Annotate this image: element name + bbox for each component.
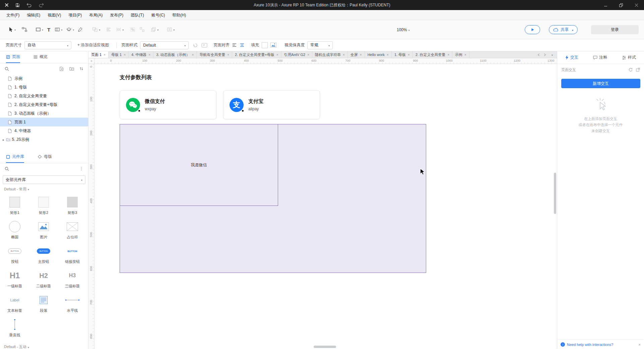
restore-button[interactable]	[613, 0, 629, 10]
widget-link-button[interactable]: BUTTON链接按钮	[58, 242, 87, 266]
tab-close-icon[interactable]	[307, 53, 309, 57]
help-link[interactable]: Need help with interactions?	[567, 343, 613, 347]
redo-icon[interactable]	[39, 3, 44, 7]
canvas-tab[interactable]: 2. 自定义全局变量	[413, 51, 452, 58]
minimize-button[interactable]	[598, 0, 613, 10]
widget-h1[interactable]: H1一级标题	[0, 266, 29, 291]
widget-primary-button[interactable]: BUTTON主按钮	[29, 242, 58, 266]
horizontal-scrollbar[interactable]	[314, 346, 336, 348]
align-center-icon[interactable]	[240, 43, 244, 47]
tab-widget-library[interactable]: 元件库	[6, 151, 24, 163]
refresh-icon[interactable]	[629, 68, 633, 72]
tree-item[interactable]: 1. 母版	[0, 83, 88, 92]
reset-style-icon[interactable]	[193, 43, 198, 48]
tab-close-icon[interactable]	[360, 53, 362, 57]
widget-image[interactable]: 图片	[29, 217, 58, 242]
tab-interactions[interactable]: 交互	[565, 55, 578, 60]
fill-color-swatch[interactable]	[262, 42, 268, 48]
widget-button[interactable]: BUTTON按钮	[0, 242, 29, 266]
text-tool[interactable]: T	[47, 27, 50, 32]
ruler-corner[interactable]	[88, 58, 94, 64]
fill-image-icon[interactable]	[270, 43, 276, 48]
pagebreak-tool[interactable]	[167, 27, 175, 32]
ungroup-tool[interactable]	[140, 27, 144, 32]
widget-h3[interactable]: H3三级标题	[58, 266, 87, 291]
page-title-text[interactable]: 支付参数列表	[120, 74, 152, 81]
canvas-tab-active[interactable]: 页面 1	[88, 51, 109, 58]
boolean-ops-tool[interactable]	[92, 27, 100, 32]
repeater-item[interactable]: 我是微信	[120, 124, 278, 206]
menu-account[interactable]: 账号(C)	[148, 10, 169, 20]
tree-item[interactable]: 3. 动态面板（示例）	[0, 109, 88, 118]
tab-close-icon[interactable]	[276, 53, 278, 57]
tab-scroll-right-icon[interactable]	[544, 53, 546, 56]
search-icon[interactable]	[5, 67, 9, 71]
tab-scroll-left-icon[interactable]	[537, 53, 540, 56]
order-tool[interactable]	[151, 27, 158, 32]
connector-tool[interactable]	[22, 27, 27, 32]
select-tool[interactable]	[9, 27, 16, 32]
distribute-tool[interactable]	[116, 27, 124, 32]
tab-close-icon[interactable]	[408, 53, 410, 57]
widget-rect1[interactable]: 矩形1	[0, 193, 29, 217]
widget-rect2[interactable]: 矩形2	[29, 193, 58, 217]
menu-layout[interactable]: 布局(A)	[85, 10, 106, 20]
tab-close-icon[interactable]	[124, 53, 126, 57]
page-size-select[interactable]: 自动	[24, 41, 71, 49]
sort-pages-icon[interactable]	[79, 67, 83, 71]
widget-vline[interactable]: 垂直线	[0, 315, 29, 340]
alipay-card[interactable]: 支 支付宝 alipay	[223, 90, 320, 119]
menu-view[interactable]: 视图(V)	[44, 10, 65, 20]
tree-item[interactable]: 2. 自定义全局变量	[0, 92, 88, 100]
menu-project[interactable]: 项目(P)	[65, 10, 85, 20]
canvas-tab[interactable]: 示例	[452, 51, 469, 58]
tab-close-icon[interactable]	[387, 53, 389, 57]
tab-close-icon[interactable]	[104, 53, 106, 57]
canvas-tab[interactable]: 母版 1	[109, 51, 129, 58]
tab-overview[interactable]: 概览	[34, 51, 48, 63]
zoom-select[interactable]: 100%	[397, 20, 410, 39]
add-adaptive-view-button[interactable]: + 添加自适应视图	[77, 42, 109, 48]
preview-button[interactable]	[525, 25, 540, 34]
tab-close-icon[interactable]	[192, 53, 194, 57]
tab-style[interactable]: 样式	[622, 55, 636, 60]
tab-notes[interactable]: 注释	[593, 55, 607, 60]
add-page-icon[interactable]	[60, 67, 64, 71]
fidelity-select[interactable]: 常规	[307, 41, 333, 49]
library-footer-label[interactable]: Default - 互动	[0, 344, 88, 349]
menu-file[interactable]: 文件(F)	[3, 10, 23, 20]
widget-rect3[interactable]: 矩形3	[58, 193, 87, 217]
canvas-tab[interactable]: 随机生成字符串	[312, 51, 348, 58]
shape-tool[interactable]	[36, 27, 43, 32]
tree-item-selected[interactable]: 页面 1	[0, 118, 88, 126]
wechat-pay-card[interactable]: 微信支付 wxpay	[120, 90, 216, 119]
undo-icon[interactable]	[26, 3, 32, 7]
login-button[interactable]: 登录	[591, 25, 639, 34]
group-tool[interactable]	[130, 27, 135, 32]
canvas-tab[interactable]: 引用AntV G2	[281, 51, 312, 58]
canvas-tab[interactable]: 1. 母版	[392, 51, 413, 58]
tree-item[interactable]: 示例	[0, 74, 88, 83]
frame-tool[interactable]	[55, 27, 62, 32]
design-canvas[interactable]: 支付参数列表 微信支付 wxpay 支 支付宝 alipay	[94, 64, 557, 349]
tab-close-icon[interactable]	[148, 53, 150, 57]
menu-edit[interactable]: 编辑(E)	[23, 10, 44, 20]
format-painter-tool[interactable]	[78, 27, 82, 32]
tree-item-folder[interactable]: 5. JS示例	[0, 135, 88, 144]
library-select[interactable]: 全部元件库	[3, 175, 85, 184]
widget-h2[interactable]: H2二级标题	[29, 266, 58, 291]
tab-pages[interactable]: 页面	[6, 51, 20, 63]
widget-label[interactable]: Label文本标签	[0, 291, 29, 315]
tree-item[interactable]: 4. 中继器	[0, 126, 88, 135]
align-tool[interactable]	[106, 27, 111, 32]
tab-close-icon[interactable]	[227, 53, 229, 57]
canvas-tab[interactable]: 2. 自定义全局变量+母版	[232, 51, 281, 58]
tab-close-icon[interactable]	[343, 53, 345, 57]
widget-hline[interactable]: 水平线	[58, 291, 87, 315]
repeater-region[interactable]: 我是微信	[120, 124, 426, 273]
widget-paragraph[interactable]: 段落	[29, 291, 58, 315]
tab-masters[interactable]: 母版	[38, 151, 52, 163]
menu-team[interactable]: 团队(T)	[127, 10, 147, 20]
canvas-tab[interactable]: 导航有全局变量	[197, 51, 232, 58]
canvas-tab[interactable]: Hello work	[365, 51, 392, 58]
